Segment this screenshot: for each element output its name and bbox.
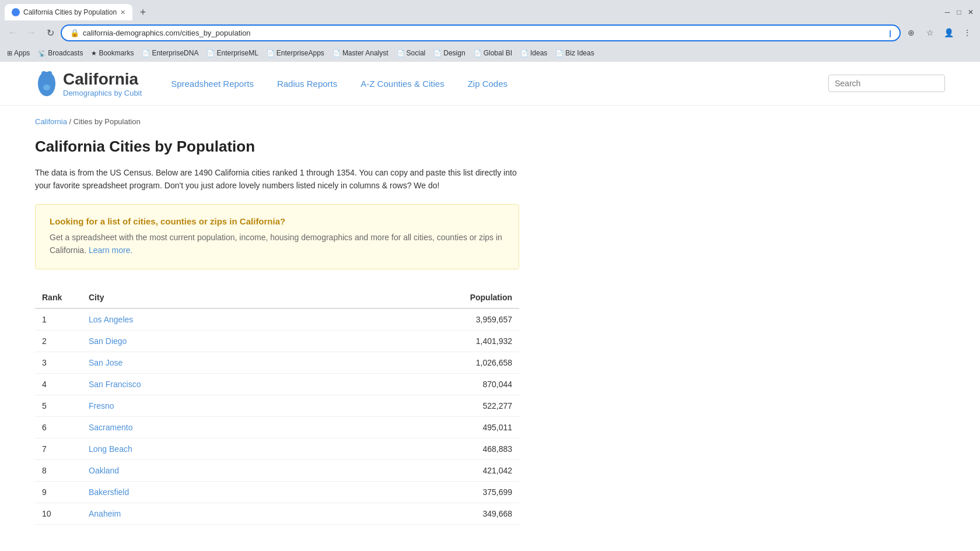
nav-radius-reports[interactable]: Radius Reports [277,79,337,89]
bookmark-social-label: Social [407,49,426,57]
extensions-button[interactable]: ⊕ [903,24,919,41]
bookmark-ideas[interactable]: 📄 Ideas [518,48,550,58]
bookmark-design[interactable]: 📄 Design [431,48,467,58]
city-link[interactable]: Anaheim [89,509,121,518]
bookmark-global-bi[interactable]: 📄 Global BI [471,48,514,58]
broadcasts-icon: 📡 [38,50,46,57]
breadcrumb-parent-link[interactable]: California [35,117,69,126]
svg-point-0 [41,71,46,76]
url-text: california-demographics.com/cities_by_po… [83,29,886,37]
table-row: 4 San Francisco 870,044 [35,373,519,395]
folder-icon-3: 📄 [267,50,275,57]
bookmark-star-icon[interactable]: ☆ [922,24,938,41]
promo-learn-more-link[interactable]: Learn more. [89,245,132,255]
back-button[interactable]: ← [5,24,21,41]
bookmark-enterprisedna[interactable]: 📄 EnterpriseDNA [139,48,201,58]
bookmark-apps-label: Apps [14,49,30,57]
population-cell: 1,401,932 [432,330,519,352]
promo-title: Looking for a list of cities, counties o… [50,216,505,226]
page-content: California Demographics by Cubit Spreads… [0,62,980,548]
folder-icon-2: 📄 [206,50,215,57]
nav-zip-codes[interactable]: Zip Codes [468,79,508,89]
breadcrumb-current: Cities by Population [74,117,141,126]
promo-box: Looking for a list of cities, counties o… [35,204,519,269]
profile-button[interactable]: 👤 [940,24,957,41]
bookmark-broadcasts[interactable]: 📡 Broadcasts [36,48,85,58]
bookmark-enterprisedna-label: EnterpriseDNA [152,49,198,57]
menu-button[interactable]: ⋮ [959,24,975,41]
new-tab-button[interactable]: + [135,4,151,20]
title-bar: California Cities by Population ✕ + ─ □ … [0,0,980,21]
svg-point-2 [43,85,50,90]
nav-spreadsheet-reports[interactable]: Spreadsheet Reports [171,79,254,89]
nav-bar: ← → ↻ 🔒 california-demographics.com/citi… [0,21,980,44]
folder-icon-9: 📄 [555,50,564,57]
nav-az-counties-cities[interactable]: A-Z Counties & Cities [360,79,444,89]
city-cell: San Francisco [82,373,432,395]
bookmark-social[interactable]: 📄 Social [394,48,428,58]
table-header: Rank City Population [35,287,519,308]
city-link[interactable]: Bakersfield [89,487,129,497]
site-logo[interactable]: California Demographics by Cubit [35,69,142,98]
maximize-button[interactable]: □ [954,8,964,17]
city-link[interactable]: San Francisco [89,380,141,389]
tab-close-button[interactable]: ✕ [120,9,125,16]
rank-cell: 2 [35,330,82,352]
city-link[interactable]: Long Beach [89,444,132,454]
promo-body: Get a spreadsheet with the most current … [50,231,505,257]
cities-table: Rank City Population 1 Los Angeles 3,959… [35,287,519,525]
rank-cell: 1 [35,308,82,331]
page-title: California Cities by Population [35,138,519,156]
bookmark-apps[interactable]: ⊞ Apps [5,48,32,58]
rank-cell: 3 [35,352,82,373]
search-input[interactable] [828,75,945,92]
city-cell: Sacramento [82,416,432,438]
tab-title: California Cities by Population [23,8,117,16]
logo-california-text: California [63,70,142,89]
table-row: 10 Anaheim 349,668 [35,503,519,524]
rank-cell: 7 [35,438,82,459]
city-link[interactable]: Sacramento [89,423,132,432]
bookmark-broadcasts-label: Broadcasts [48,49,83,57]
bookmark-master-analyst[interactable]: 📄 Master Analyst [330,48,391,58]
breadcrumb: California / Cities by Population [0,106,980,132]
table-row: 2 San Diego 1,401,932 [35,330,519,352]
browser-toolbar-icons: ⊕ ☆ 👤 ⋮ [903,24,975,41]
city-cell: Los Angeles [82,308,432,331]
bookmark-enterpriseapps[interactable]: 📄 EnterpriseApps [264,48,327,58]
minimize-button[interactable]: ─ [943,8,952,17]
city-link[interactable]: Fresno [89,401,114,410]
population-cell: 495,011 [432,416,519,438]
folder-icon-7: 📄 [474,50,482,57]
population-cell: 870,044 [432,373,519,395]
table-header-row: Rank City Population [35,287,519,308]
address-bar[interactable]: 🔒 california-demographics.com/cities_by_… [61,24,901,41]
close-button[interactable]: ✕ [966,8,975,17]
bookmark-biz-ideas[interactable]: 📄 Biz Ideas [553,48,596,58]
logo-sub-text: Demographics by Cubit [63,89,142,97]
city-cell: Long Beach [82,438,432,459]
bookmark-master-analyst-label: Master Analyst [342,49,388,57]
table-row: 9 Bakersfield 375,699 [35,481,519,503]
forward-button[interactable]: → [23,24,40,41]
browser-tab[interactable]: California Cities by Population ✕ [5,4,132,20]
city-link[interactable]: San Diego [89,336,127,346]
rank-cell: 9 [35,481,82,503]
city-link[interactable]: Oakland [89,466,119,475]
population-cell: 3,959,657 [432,308,519,331]
site-header: California Demographics by Cubit Spreads… [0,62,980,106]
population-cell: 1,026,658 [432,352,519,373]
breadcrumb-separator: / [69,117,74,126]
table-row: 1 Los Angeles 3,959,657 [35,308,519,331]
security-lock-icon: 🔒 [70,29,79,37]
table-row: 6 Sacramento 495,011 [35,416,519,438]
refresh-button[interactable]: ↻ [42,24,58,41]
bookmark-bookmarks[interactable]: ★ Bookmarks [89,48,136,58]
city-link[interactable]: Los Angeles [89,315,133,324]
city-cell: San Jose [82,352,432,373]
bookmark-bookmarks-label: Bookmarks [99,49,134,57]
city-link[interactable]: San Jose [89,358,123,367]
folder-icon-4: 📄 [332,50,341,57]
bookmark-enterpriseml[interactable]: 📄 EnterpriseML [204,48,260,58]
bookmark-design-label: Design [443,49,465,57]
